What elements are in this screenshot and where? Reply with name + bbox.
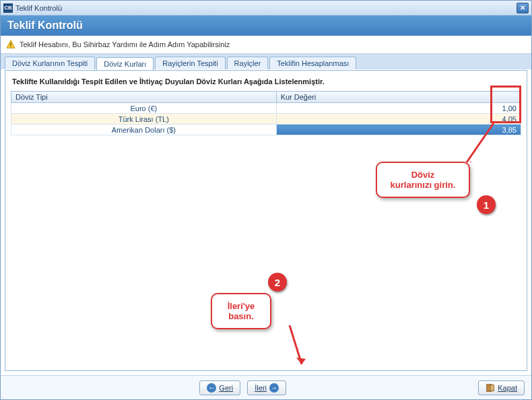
- currency-name-cell: Amerikan Doları ($): [11, 125, 277, 135]
- svg-line-3: [467, 123, 494, 162]
- window-frame: CB Teklif Kontrolü ✕ Teklif Kontrolü Tek…: [0, 0, 532, 400]
- arrow-right-icon: →: [269, 383, 279, 393]
- col-header-type[interactable]: Döviz Tipi: [11, 92, 277, 103]
- annotation-badge-2: 2: [268, 273, 287, 292]
- warning-icon: [6, 40, 15, 49]
- page-header: Teklif Kontrolü: [1, 15, 531, 36]
- back-button[interactable]: ← Geri: [199, 380, 240, 395]
- annotation-connector-2: [288, 325, 308, 366]
- svg-rect-1: [10, 42, 11, 45]
- arrow-left-icon: ←: [207, 383, 216, 393]
- currency-value-cell[interactable]: 1,00: [276, 103, 521, 114]
- window-title: Teklif Kontrolü: [15, 4, 62, 12]
- back-button-label: Geri: [219, 384, 233, 392]
- annotation-badge-1: 1: [477, 195, 496, 214]
- table-row[interactable]: Türk Lirası (TL) 4,05: [11, 114, 521, 125]
- content-panel: Teklifte Kullanıldığı Tespit Edilen ve İ…: [5, 70, 527, 371]
- svg-rect-2: [10, 46, 11, 47]
- next-button[interactable]: İleri →: [247, 380, 286, 395]
- annotation-connector-1: [463, 123, 497, 164]
- annotation-callout-2: İleri'ye basın.: [211, 293, 271, 329]
- info-text: Teklif Hesabını, Bu Sihirbaz Yardımı ile…: [20, 40, 230, 48]
- table-row[interactable]: Euro (€) 1,00: [11, 103, 521, 114]
- door-close-icon: [486, 383, 495, 393]
- info-bar: Teklif Hesabını, Bu Sihirbaz Yardımı ile…: [1, 36, 531, 54]
- tab-doviz-kurlarinin-tespiti[interactable]: Döviz Kurlarının Tespiti: [5, 57, 95, 69]
- tab-doviz-kurlari[interactable]: Döviz Kurları: [96, 57, 154, 70]
- currency-name-cell: Türk Lirası (TL): [11, 114, 277, 125]
- window-close-button[interactable]: ✕: [517, 3, 529, 13]
- tab-rayicler[interactable]: Rayiçler: [227, 57, 269, 69]
- app-icon: CB: [3, 3, 13, 13]
- tabs-container: Döviz Kurlarının Tespiti Döviz Kurları R…: [1, 54, 531, 70]
- close-button[interactable]: Kapat: [478, 380, 525, 395]
- svg-marker-5: [296, 358, 306, 364]
- close-icon: ✕: [520, 4, 525, 11]
- tab-teklifin-hesaplanmasi[interactable]: Teklifin Hesaplanması: [269, 57, 356, 69]
- currency-name-cell: Euro (€): [11, 103, 277, 114]
- footer-bar: ← Geri İleri → Kapat: [1, 375, 531, 399]
- page-title: Teklif Kontrolü: [7, 20, 83, 31]
- next-button-label: İleri: [255, 384, 267, 392]
- annotation-highlight-box: [490, 86, 521, 123]
- table-row[interactable]: Amerikan Doları ($) 3,85: [11, 125, 521, 135]
- close-button-label: Kapat: [498, 384, 517, 392]
- titlebar: CB Teklif Kontrolü ✕: [1, 1, 531, 15]
- currency-grid: Döviz Tipi Kur Değeri Euro (€) 1,00 Türk…: [11, 91, 521, 135]
- annotation-callout-1: Döviz kurlarınızı girin.: [376, 162, 470, 198]
- tab-rayiclerin-tespiti[interactable]: Rayiçlerin Tespiti: [155, 57, 225, 69]
- col-header-value[interactable]: Kur Değeri: [276, 92, 521, 103]
- svg-rect-7: [490, 385, 494, 391]
- content-description: Teklifte Kullanıldığı Tespit Edilen ve İ…: [11, 75, 521, 91]
